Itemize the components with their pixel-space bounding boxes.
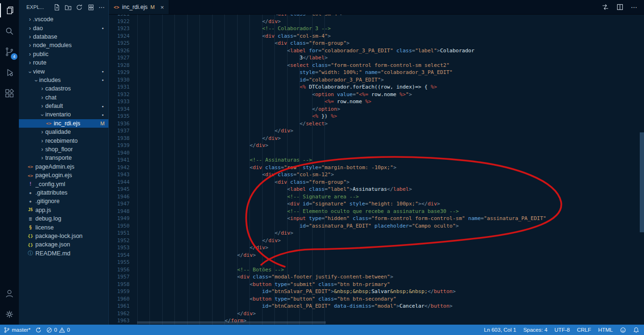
file-item-app.js[interactable]: JSapp.js [19,206,108,214]
line-number[interactable]: 1927 [109,54,137,62]
eol-sequence[interactable]: CRLF [577,327,591,333]
line-number[interactable]: 1937 [109,127,137,135]
vertical-scrollbar[interactable] [640,132,644,232]
code-text[interactable]: style="width: 100%;" name="colaborador_3… [137,69,453,76]
code-editor[interactable]: 1921 <div class="col-sm-4">1922 </div>19… [109,15,644,325]
account-icon[interactable] [0,283,19,304]
code-text[interactable]: id="btnSalvar_PA_EDIT">&nbsp;&nbsp;Salva… [137,288,456,295]
file-item-.gitignore[interactable]: ◆.gitignore [19,197,108,205]
cursor-position[interactable]: Ln 603, Col 1 [484,327,516,333]
file-item-pageLogin.ejs[interactable]: <>pageLogin.ejs [19,171,108,180]
notifications-bell-icon[interactable] [633,327,639,333]
code-text[interactable]: <select class="form-control form-control… [137,62,449,69]
folder-item-includes[interactable]: ›includes● [19,76,108,84]
new-folder-icon[interactable] [65,4,72,11]
code-text[interactable]: <!-- Assinaturas --> [137,156,312,164]
code-text[interactable]: id="colaborador_3_PA_EDIT"> [137,76,384,84]
folder-item-dao[interactable]: ›dao● [19,24,108,32]
line-number[interactable]: 1957 [109,273,137,281]
open-changes-icon[interactable] [602,3,609,11]
folder-item-shop_floor[interactable]: ›shop_floor [19,145,108,154]
line-number[interactable]: 1944 [109,179,137,186]
code-text[interactable]: <!-- Elemento oculto que recebe a assina… [137,208,459,215]
line-number[interactable]: 1950 [109,222,137,230]
line-number[interactable]: 1926 [109,47,137,55]
code-text[interactable]: <div class="col-sm-12"> [137,171,334,179]
folder-item-view[interactable]: ›view● [19,67,108,75]
sync-icon[interactable] [35,327,41,333]
line-number[interactable]: 1936 [109,120,137,128]
code-text[interactable]: <div class="row" style="margin-bottom: -… [137,164,396,172]
code-text[interactable]: <div class="modal-footer justify-content… [137,273,393,281]
code-text[interactable]: </div> [137,252,256,259]
code-text[interactable]: id="assinatura_PA_EDIT" placeholder="Cam… [137,222,459,230]
explorer-icon[interactable] [0,0,19,21]
code-text[interactable]: <div class="form-group"> [137,179,349,186]
code-text[interactable]: <button type="button" class="btn btn-sec… [137,295,396,303]
line-number[interactable]: 1951 [109,229,137,237]
line-number[interactable]: 1922 [109,18,137,25]
encoding[interactable]: UTF-8 [554,327,570,333]
code-text[interactable]: </select> [137,120,328,128]
line-number[interactable]: 1934 [109,106,137,113]
code-text[interactable]: <%= row.nome %> [137,98,372,106]
folder-item-default[interactable]: ›default● [19,102,108,110]
code-text[interactable]: id="btnCancel_PA_EDIT" data-dismiss="mod… [137,302,453,310]
line-number[interactable]: 1931 [109,83,137,91]
line-number[interactable]: 1939 [109,142,137,149]
indentation-setting[interactable]: Spaces: 4 [523,327,547,333]
line-number[interactable]: 1962 [109,310,137,318]
line-number[interactable]: 1956 [109,266,137,274]
code-text[interactable]: <button type="submit" class="btn btn-pri… [137,281,390,288]
code-text[interactable]: <option value="<%= row.nome %>"> [137,91,412,98]
line-number[interactable]: 1930 [109,76,137,84]
collapse-all-icon[interactable] [87,4,94,11]
file-item-_config.yml[interactable]: !_config.yml [19,180,108,188]
line-number[interactable]: 1960 [109,295,137,303]
git-branch-indicator[interactable]: master* [4,327,31,333]
code-text[interactable]: <% }) %> [137,113,337,120]
line-number[interactable]: 1952 [109,237,137,245]
code-text[interactable]: <% DTColaborador.forEach((row, index)=> … [137,83,437,91]
line-number[interactable]: 1949 [109,215,137,222]
code-text[interactable]: 3</label> [137,54,328,62]
line-number[interactable]: 1932 [109,91,137,98]
folder-item-node_modules[interactable]: ›node_modules [19,41,108,49]
close-icon[interactable]: × [160,4,164,11]
file-item-README.md[interactable]: ⓘREADME.md [19,249,108,258]
folder-item-recebimento[interactable]: ›recebimento [19,136,108,145]
file-item-.gitattributes[interactable]: ◆.gitattributes [19,188,108,197]
line-number[interactable]: 1958 [109,281,137,288]
line-number[interactable]: 1929 [109,69,137,76]
code-text[interactable]: </div> [137,18,281,25]
folder-item-qualidade[interactable]: ›qualidade [19,128,108,136]
source-control-icon[interactable]: 4 [0,41,19,62]
problems-indicator[interactable]: 0 0 [46,327,70,333]
code-text[interactable]: <div id="signature" style="height: 100px… [137,200,440,208]
folder-item-inventario[interactable]: ›inventario● [19,110,108,119]
line-number[interactable]: 1963 [109,317,137,325]
code-text[interactable]: <label for="colaborador_3_PA_EDIT" class… [137,47,474,55]
settings-gear-icon[interactable] [0,304,19,325]
line-number[interactable]: 1941 [109,156,137,164]
line-number[interactable]: 1942 [109,164,137,172]
folder-item-.vscode[interactable]: ›.vscode [19,15,108,24]
code-text[interactable]: <label class="label">Assinaturas</label> [137,186,412,193]
line-number[interactable]: 1928 [109,62,137,69]
line-number[interactable]: 1943 [109,171,137,179]
code-text[interactable]: <div class="col-sm-4"> [137,33,331,40]
file-item-pageAdmin.ejs[interactable]: <>pageAdmin.ejs [19,163,108,171]
line-number[interactable]: 1961 [109,302,137,310]
code-text[interactable]: </option> [137,106,340,113]
new-file-icon[interactable] [53,4,60,11]
code-text[interactable]: </div> [137,142,268,149]
folder-item-cadastros[interactable]: ›cadastros [19,84,108,93]
run-debug-icon[interactable] [0,62,19,83]
code-text[interactable]: <!-- Signature area --> [137,193,359,201]
line-number[interactable]: 1959 [109,288,137,295]
split-editor-icon[interactable] [616,3,624,11]
code-text[interactable]: </div> [137,237,281,245]
line-number[interactable]: 1947 [109,200,137,208]
file-item-license[interactable]: §license [19,223,108,231]
line-number[interactable]: 1925 [109,40,137,47]
